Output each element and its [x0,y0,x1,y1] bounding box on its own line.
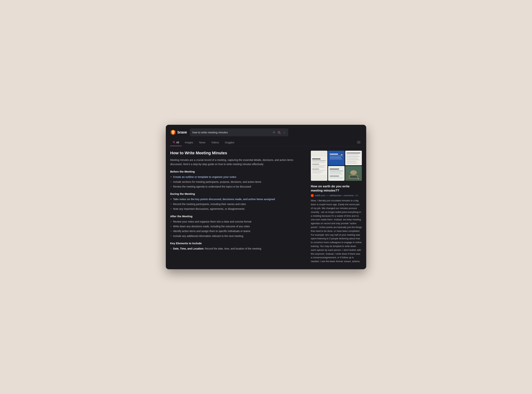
svg-rect-14 [312,160,326,161]
reddit-card-body: Wow. I literally just circulated minutes… [311,199,362,263]
reddit-card-title: How on earth do you write meeting minute… [311,184,362,193]
tab-news-label: News [199,141,205,144]
during-meeting-list: Take notes on the key points discussed, … [170,197,305,211]
tab-news[interactable]: News [196,139,208,146]
sidebar-column: ✏ [311,151,362,263]
clear-search-button[interactable]: ✕ [272,130,275,135]
list-item: Include any additional information relev… [170,234,305,238]
svg-rect-29 [330,157,341,158]
svg-rect-37 [347,158,358,159]
confirm-button[interactable]: ✓ [283,131,286,134]
section-heading-during: During the Meeting [170,192,305,195]
image-grid: ✏ [311,151,362,181]
svg-text:⊕: ⊕ [358,178,359,180]
browser-window: brave how to write meeting minutes ✕ ✓ [166,125,366,269]
list-item: Identify action items and assign them to… [170,229,305,233]
search-bar[interactable]: how to write meeting minutes ✕ ✓ [190,128,288,136]
list-item: Write down any decisions made, including… [170,224,305,228]
brave-brand-text: brave [177,130,187,135]
tab-videos-label: Videos [211,141,219,144]
list-item: Date, Time, and Location: Record the dat… [170,247,305,251]
svg-rect-22 [312,170,326,170]
search-icon-area: ✕ ✓ [272,130,286,135]
top-bar: brave how to write meeting minutes ✕ ✓ [166,125,366,139]
svg-rect-30 [330,159,342,159]
svg-rect-38 [347,159,359,160]
svg-line-6 [280,133,280,134]
reddit-source: r reddit.com › r › adhdwomen › comments … [311,194,362,197]
svg-rect-19 [312,166,324,166]
svg-rect-17 [312,164,319,165]
list-item: Include sections for meeting participant… [170,180,305,184]
tab-goggles-label: Goggles [225,141,234,144]
list-item: Review the meeting agenda to understand … [170,185,305,189]
svg-rect-45 [330,174,342,174]
svg-rect-35 [347,155,359,155]
svg-rect-44 [330,172,341,173]
key-item-text: Record the date, time, and location of t… [205,247,261,250]
svg-rect-18 [312,165,326,166]
key-elements-list: Date, Time, and Location: Record the dat… [170,247,305,251]
svg-rect-24 [312,172,323,172]
svg-rect-46 [330,176,339,177]
svg-rect-34 [347,152,360,153]
svg-rect-27 [330,154,338,155]
article-column: How to Write Meeting Minutes Meeting min… [170,151,305,254]
image-cell-large [311,151,327,181]
svg-rect-25 [312,173,320,173]
svg-rect-13 [312,158,320,159]
tab-all[interactable]: All [170,139,182,146]
svg-rect-23 [312,171,323,171]
svg-rect-42 [330,169,339,170]
svg-rect-40 [347,163,357,163]
before-meeting-list: Create an outline or template to organiz… [170,175,305,189]
svg-rect-20 [312,167,325,168]
image-cell-top-mid: ✏ [328,151,345,165]
list-item: Create an outline or template to organiz… [170,175,305,179]
svg-rect-16 [312,162,325,163]
after-meeting-list: Review your notes and organize them into… [170,220,305,238]
list-item: Record the meeting participants, includi… [170,202,305,206]
search-submit-icon[interactable] [277,131,281,134]
svg-rect-39 [347,161,356,162]
tab-goggles[interactable]: Goggles [222,139,237,146]
nav-tabs: All Images News Videos Goggles [166,139,366,146]
svg-rect-15 [312,161,325,162]
article-intro: Meeting minutes are a crucial record of … [170,158,305,166]
section-during-meeting: During the Meeting Take notes on the key… [170,192,305,211]
reddit-source-url: reddit.com › r › adhdwomen › comments › … [315,194,360,197]
image-cell-bottom-right: ⊕ [345,166,362,181]
svg-rect-43 [330,171,343,171]
logo-area: brave [170,130,187,135]
section-before-meeting: Before the Meeting Create an outline or … [170,170,305,189]
reddit-card: How on earth do you write meeting minute… [311,184,362,263]
main-content: How to Write Meeting Minutes Meeting min… [166,146,366,263]
tab-images[interactable]: Images [182,139,196,146]
tab-images-label: Images [185,141,193,144]
brave-logo-icon [170,130,176,135]
section-heading-after: After the Meeting [170,215,305,218]
search-query-text: how to write meeting minutes [193,131,271,134]
svg-rect-47 [330,178,343,178]
list-item: Take notes on the key points discussed, … [170,197,305,201]
image-cell-bottom-mid [328,166,345,181]
article-title: How to Write Meeting Minutes [170,151,305,156]
image-cell-top-right [345,151,362,165]
list-item: Note any important discussions, agreemen… [170,207,305,211]
svg-text:✏: ✏ [341,154,343,156]
section-heading-before: Before the Meeting [170,170,305,173]
tab-videos[interactable]: Videos [209,139,222,146]
svg-line-8 [174,143,175,143]
reddit-icon: r [311,194,314,197]
section-after-meeting: After the Meeting Review your notes and … [170,215,305,238]
list-item: Review your notes and organize them into… [170,220,305,224]
tab-all-label: All [176,141,179,144]
svg-text:r: r [312,195,313,196]
tab-search-icon [173,141,175,144]
section-heading-key: Key Elements to Include [170,242,305,245]
svg-rect-52 [350,176,357,178]
svg-point-50 [350,170,357,175]
filter-icon[interactable] [356,140,362,146]
svg-rect-21 [312,169,319,170]
svg-rect-36 [347,156,360,157]
